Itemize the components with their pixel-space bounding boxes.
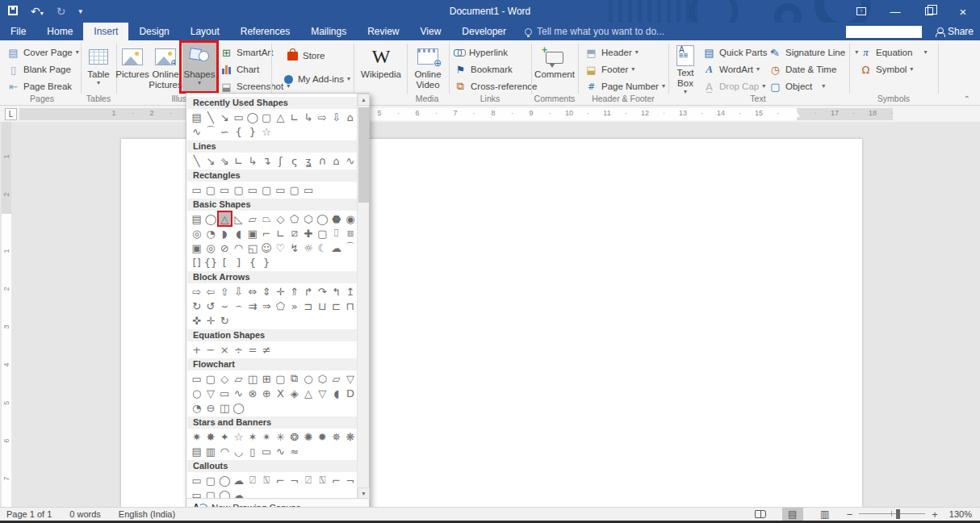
- shape-cell[interactable]: ▭: [190, 371, 203, 386]
- share-button[interactable]: Share: [936, 23, 974, 40]
- shape-cell[interactable]: ⇧: [218, 284, 232, 299]
- minimize-icon[interactable]: —: [878, 0, 912, 23]
- shape-cell[interactable]: ✶: [245, 429, 259, 444]
- search-input[interactable]: [846, 26, 922, 38]
- shape-cell[interactable]: ⇩: [329, 110, 343, 124]
- shape-cell[interactable]: ☆: [259, 124, 273, 139]
- table-button[interactable]: Table▾: [82, 43, 115, 94]
- shape-cell[interactable]: ◇: [218, 371, 232, 386]
- shape-cell[interactable]: ς: [287, 153, 301, 168]
- shape-cell[interactable]: ⇉: [245, 299, 259, 313]
- shape-cell[interactable]: ⌐: [329, 473, 343, 487]
- shape-cell[interactable]: ⇦: [203, 284, 217, 299]
- store-button[interactable]: Store: [287, 48, 325, 64]
- customize-qat-icon[interactable]: ▾: [78, 7, 82, 15]
- shape-cell[interactable]: ⌒: [343, 241, 357, 255]
- shape-cell[interactable]: ▭: [274, 182, 287, 197]
- shape-cell[interactable]: ⊓: [343, 299, 357, 313]
- shape-cell[interactable]: ↷: [316, 284, 329, 299]
- scroll-up-icon[interactable]: ▲: [358, 94, 370, 106]
- shape-cell[interactable]: ⊘: [218, 241, 232, 255]
- shape-cell[interactable]: ◱: [245, 241, 259, 255]
- print-layout-button[interactable]: ▤: [782, 508, 803, 521]
- shape-cell[interactable]: ▢: [287, 182, 301, 197]
- shape-cell[interactable]: ◉: [343, 211, 357, 226]
- shape-cell[interactable]: ¬: [343, 473, 357, 487]
- comment-button[interactable]: Comment: [536, 43, 573, 94]
- shape-cell[interactable]: {}: [203, 255, 217, 270]
- shape-cell[interactable]: ✸: [203, 429, 217, 444]
- shape-cell[interactable]: ʓ: [301, 153, 315, 168]
- tab-selector[interactable]: L: [5, 108, 17, 120]
- shape-cell[interactable]: [: [218, 255, 232, 270]
- shape-cell[interactable]: ⌣: [218, 299, 232, 313]
- shape-cell[interactable]: ↺: [203, 299, 217, 313]
- shape-cell[interactable]: ◯: [218, 473, 232, 487]
- shape-cell[interactable]: ▯: [245, 444, 259, 458]
- shape-cell[interactable]: ▱: [329, 371, 343, 386]
- shape-cell[interactable]: ◠: [232, 241, 245, 255]
- footer-button[interactable]: ⬓ Footer▾: [584, 61, 634, 77]
- shape-cell[interactable]: ▭: [259, 444, 273, 458]
- save-icon[interactable]: [8, 5, 18, 18]
- shape-cell[interactable]: ∩: [316, 153, 329, 168]
- shape-cell[interactable]: ÷: [232, 342, 245, 357]
- shape-cell[interactable]: ↴: [259, 153, 273, 168]
- shape-cell[interactable]: ↱: [301, 284, 315, 299]
- shape-cell[interactable]: {: [245, 255, 259, 270]
- shape-cell[interactable]: ▭: [301, 182, 315, 197]
- shape-cell[interactable]: ⌂: [329, 153, 343, 168]
- shape-cell[interactable]: }: [259, 255, 273, 270]
- shape-cell[interactable]: ⬠: [274, 299, 287, 313]
- shape-cell[interactable]: ▭: [218, 182, 232, 197]
- shape-cell[interactable]: ⍂: [259, 473, 273, 487]
- shape-cell[interactable]: ◯: [232, 400, 245, 415]
- signature-line-button[interactable]: ✎ Signature Line▾: [769, 44, 858, 61]
- shape-cell[interactable]: ▭: [245, 182, 259, 197]
- shape-cell[interactable]: ⧉: [287, 371, 301, 386]
- date-time-button[interactable]: ◷ Date & Time: [769, 61, 836, 77]
- shape-cell[interactable]: ⧄: [287, 226, 301, 241]
- shape-cell[interactable]: ◺: [232, 211, 245, 226]
- shape-cell[interactable]: ⍁: [245, 473, 259, 487]
- shape-cell[interactable]: ☁: [329, 241, 343, 255]
- cross-reference-button[interactable]: ⧉ Cross-reference: [454, 78, 537, 94]
- wikipedia-button[interactable]: W Wikipedia: [358, 43, 404, 94]
- online-video-button[interactable]: ⊕ Online Video: [410, 43, 446, 94]
- shape-cell[interactable]: ◫: [218, 400, 232, 415]
- vertical-ruler[interactable]: 211234567: [2, 122, 11, 507]
- shape-cell[interactable]: ⌐: [259, 226, 273, 241]
- shape-cell[interactable]: ▭: [190, 182, 203, 197]
- shape-cell[interactable]: ⏢: [259, 211, 273, 226]
- shape-cell[interactable]: ▤: [190, 211, 203, 226]
- tab-home[interactable]: Home: [36, 23, 83, 40]
- shape-cell[interactable]: −: [203, 342, 217, 357]
- zoom-in-button[interactable]: +: [932, 508, 938, 521]
- tab-layout[interactable]: Layout: [180, 23, 230, 40]
- shape-cell[interactable]: ⍁: [301, 473, 315, 487]
- quick-parts-button[interactable]: ▤ Quick Parts▾: [702, 44, 773, 61]
- shape-cell[interactable]: ▽: [316, 386, 329, 400]
- shape-cell[interactable]: ✵: [329, 429, 343, 444]
- shape-cell[interactable]: ☾: [316, 241, 329, 255]
- shape-cell[interactable]: ⌷: [329, 226, 343, 241]
- shape-cell[interactable]: ⊗: [245, 386, 259, 400]
- shape-cell[interactable]: ✦: [218, 429, 232, 444]
- pictures-button[interactable]: Pictures: [117, 43, 148, 94]
- shape-cell[interactable]: ▢: [316, 226, 329, 241]
- header-button[interactable]: ⬒ Header▾: [584, 44, 639, 61]
- shape-cell[interactable]: ʃ: [274, 153, 287, 168]
- shape-cell[interactable]: ▱: [232, 371, 245, 386]
- shape-cell[interactable]: ◔: [190, 400, 203, 415]
- shape-cell[interactable]: ⬣: [329, 211, 343, 226]
- shape-cell[interactable]: ⬡: [301, 211, 315, 226]
- shape-cell[interactable]: ⌢: [232, 299, 245, 313]
- shape-cell[interactable]: ✛: [203, 313, 217, 328]
- shape-cell[interactable]: =: [245, 342, 259, 357]
- shape-cell[interactable]: ⊔: [316, 299, 329, 313]
- shape-cell[interactable]: ⇔: [245, 284, 259, 299]
- shape-cell[interactable]: ⊖: [203, 400, 217, 415]
- shape-cell[interactable]: ▤: [190, 110, 203, 124]
- tab-insert[interactable]: Insert: [83, 23, 128, 40]
- shape-cell[interactable]: ⍂: [316, 473, 329, 487]
